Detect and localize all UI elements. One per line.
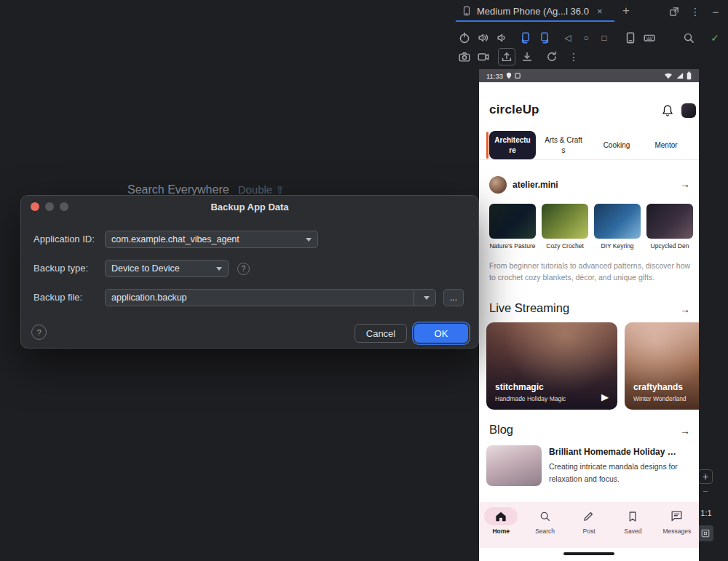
restore-app-data-button[interactable] [520,49,534,64]
signal-icon [676,72,684,79]
notifications-button[interactable] [661,104,674,120]
blog-post-thumbnail[interactable] [486,445,542,486]
volume-up-button[interactable] [476,31,491,45]
nav-label: Search [535,528,555,535]
rotate-left-button[interactable] [518,31,533,45]
profile-avatar[interactable] [489,176,507,194]
more-options-button[interactable]: ⋮ [566,49,581,64]
phone-screen: 11:33 circleUp Architecture Arts & Craft… [479,69,699,561]
backup-upload-icon [500,50,513,63]
backup-file-input[interactable]: application.backup [105,289,436,306]
profile-name: atelier.mini [513,180,558,190]
blog-post-title[interactable]: Brilliant Homemade Holiday … [549,447,695,457]
nav-item-search[interactable]: Search [523,507,566,548]
stream-subtitle: Winter Wonderland [633,395,687,402]
card-image-upcycled-den[interactable] [646,204,693,239]
nav-item-home[interactable]: Home [479,507,523,548]
category-description: From beginner tutorials to advanced patt… [489,260,695,284]
tab-cooking[interactable]: Cooking [591,131,642,159]
device-ui-shortcuts-icon [624,31,637,44]
android-overview-button[interactable]: □ [597,31,612,45]
stream-card-stitchmagic[interactable]: stitchmagic Handmade Holiday Magic ▶ [486,322,617,410]
volume-down-button[interactable] [495,31,510,45]
home-icon [494,509,508,524]
volume-down-icon [496,31,509,44]
backup-file-label: Backup file: [33,292,82,303]
home-indicator[interactable] [563,552,614,555]
download-icon [521,50,534,63]
cancel-button[interactable]: Cancel [355,324,407,343]
rotate-right-button[interactable] [537,31,552,45]
magnifier-icon [682,31,695,44]
nav-label: Saved [624,528,641,535]
device-ready-status: ✓ [708,31,722,45]
running-device-tab[interactable]: Medium Phone (Ag...l 36.0 × [456,0,614,22]
nav-item-saved[interactable]: Saved [611,507,654,548]
blog-post-excerpt: Creating intricate mandala designs for r… [549,461,689,486]
zoom-out-button[interactable]: − [700,486,711,497]
chevron-down-icon [424,296,430,300]
tab-mentor[interactable]: Mentor [642,131,690,159]
stream-subtitle: Handmade Holiday Magic [495,395,566,402]
card-image-natures-pasture[interactable] [489,204,536,239]
bookmark-icon [626,510,639,523]
volume-up-icon [477,31,490,44]
nav-active-pill [484,507,518,525]
hide-panel-button[interactable]: − [708,4,723,19]
screen-record-button[interactable] [476,49,491,64]
wifi-icon [664,72,673,79]
card-image-cozy-crochet[interactable] [542,204,588,239]
live-streaming-title: Live Streaming [489,301,569,315]
zoom-level-label: 1:1 [697,509,716,517]
search-icon [538,509,552,523]
application-id-select[interactable]: com.example.chat_vibes_agent [105,231,318,248]
backup-app-data-button[interactable] [498,48,515,65]
card-label: Cozy Crochet [542,242,588,250]
tab-architecture[interactable]: Architecture [489,131,536,159]
live-streaming-arrow-icon[interactable]: → [680,303,690,315]
device-toolbar-row1: ◁ ○ □ ✓ [451,31,728,48]
rotate-right-icon [538,31,551,44]
backup-type-value: Device to Device [111,263,212,274]
hardware-input-button[interactable] [642,31,657,45]
browse-file-button[interactable]: ... [443,289,464,306]
device-ui-shortcuts-button[interactable] [623,31,638,45]
stream-name: stitchmagic [495,382,544,392]
screenshot-button[interactable] [457,49,472,64]
card-label: DIY Keyring [594,242,641,250]
app-title: circleUp [489,103,539,117]
device-toolbar-row2: ⋮ [451,48,728,65]
fit-to-screen-icon [700,528,711,539]
add-device-tab-button[interactable]: + [618,3,634,19]
blog-arrow-icon[interactable]: → [680,425,690,437]
reset-button[interactable] [545,49,559,64]
backup-type-help-button[interactable]: ? [237,263,250,275]
nav-item-messages[interactable]: Messages [655,507,699,548]
android-home-button[interactable]: ○ [579,31,593,45]
android-back-button[interactable]: ◁ [561,31,575,45]
zoom-tool-button[interactable] [681,31,696,45]
open-in-new-window-button[interactable] [667,4,681,19]
fit-to-screen-button[interactable] [697,525,713,541]
backup-file-dropdown[interactable] [414,290,430,306]
ok-button[interactable]: OK [414,324,468,343]
zoom-in-button[interactable]: + [698,469,713,484]
backup-type-label: Backup type: [33,263,88,274]
tab-arts-crafts[interactable]: Arts & Crafts [543,131,584,159]
dialog-help-button[interactable]: ? [31,325,47,340]
chat-bubble-icon [670,509,684,523]
play-icon[interactable]: ▶ [601,391,609,402]
stream-card-craftyhands[interactable]: craftyhands Winter Wonderland [625,322,699,410]
nav-item-post[interactable]: Post [567,507,611,548]
selected-tab-accent [486,132,488,159]
profile-arrow-icon[interactable]: → [680,178,690,190]
power-button[interactable] [457,31,472,45]
backup-type-select[interactable]: Device to Device [105,260,229,277]
hardware-input-icon [643,31,656,44]
card-image-diy-keyring[interactable] [594,204,641,239]
panel-options-button[interactable]: ⋮ [688,4,703,19]
status-bar: 11:33 [479,69,699,82]
user-avatar[interactable] [681,103,696,118]
close-tab-icon[interactable]: × [597,6,603,17]
pencil-icon [582,509,596,523]
